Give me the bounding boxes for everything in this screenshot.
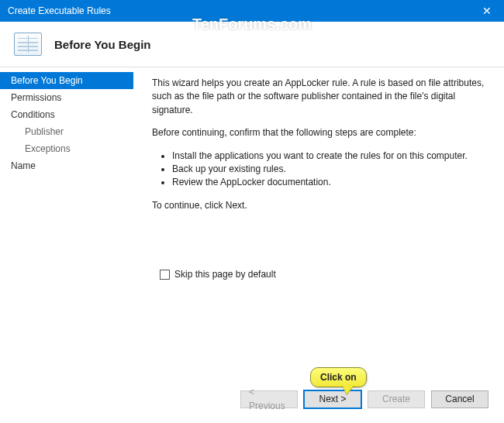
button-label: Cancel xyxy=(445,393,474,406)
wizard-header: Before You Begin xyxy=(0,22,504,67)
wizard-content: This wizard helps you create an AppLocke… xyxy=(133,67,504,422)
cancel-button[interactable]: Cancel xyxy=(431,390,488,408)
previous-button: < Previous xyxy=(240,390,298,408)
skip-checkbox-label: Skip this page by default xyxy=(174,268,276,281)
continue-text: To continue, click Next. xyxy=(152,199,487,212)
list-item: Back up your existing rules. xyxy=(172,163,487,176)
button-label: < Previous xyxy=(249,386,289,413)
sidebar-item-permissions[interactable]: Permissions xyxy=(0,89,133,106)
list-item: Review the AppLocker documentation. xyxy=(172,176,487,189)
before-continuing-text: Before continuing, confirm that the foll… xyxy=(152,126,487,139)
page-title: Before You Begin xyxy=(54,38,150,51)
next-button[interactable]: Next > xyxy=(304,390,361,408)
sidebar-item-name[interactable]: Name xyxy=(0,157,133,174)
wizard-body: Before You Begin Permissions Conditions … xyxy=(0,67,504,422)
wizard-footer: < Previous Next > Create Cancel xyxy=(267,383,504,422)
skip-checkbox[interactable] xyxy=(160,270,170,280)
close-icon: ✕ xyxy=(482,5,492,17)
skip-row: Skip this page by default xyxy=(152,268,487,281)
sidebar-item-label: Publisher xyxy=(25,126,64,137)
list-item: Install the applications you want to cre… xyxy=(172,150,487,163)
close-button[interactable]: ✕ xyxy=(470,0,504,22)
button-label: Next > xyxy=(319,393,346,406)
sidebar-item-exceptions[interactable]: Exceptions xyxy=(0,140,133,157)
window-title: Create Executable Rules xyxy=(8,5,111,16)
sidebar-item-before-you-begin[interactable]: Before You Begin xyxy=(0,72,133,89)
sidebar-item-publisher[interactable]: Publisher xyxy=(0,123,133,140)
sidebar-item-label: Conditions xyxy=(11,109,55,120)
book-icon xyxy=(14,33,42,56)
button-label: Create xyxy=(382,393,410,406)
sidebar-item-label: Before You Begin xyxy=(11,75,83,86)
prereq-list: Install the applications you want to cre… xyxy=(152,150,487,190)
create-button: Create xyxy=(368,390,425,408)
sidebar-item-label: Exceptions xyxy=(25,143,71,154)
sidebar-item-label: Name xyxy=(11,160,36,171)
sidebar-item-conditions[interactable]: Conditions xyxy=(0,106,133,123)
sidebar-item-label: Permissions xyxy=(11,92,61,103)
titlebar: Create Executable Rules ✕ xyxy=(0,0,504,22)
wizard-steps-sidebar: Before You Begin Permissions Conditions … xyxy=(0,67,133,422)
intro-text: This wizard helps you create an AppLocke… xyxy=(152,77,487,117)
